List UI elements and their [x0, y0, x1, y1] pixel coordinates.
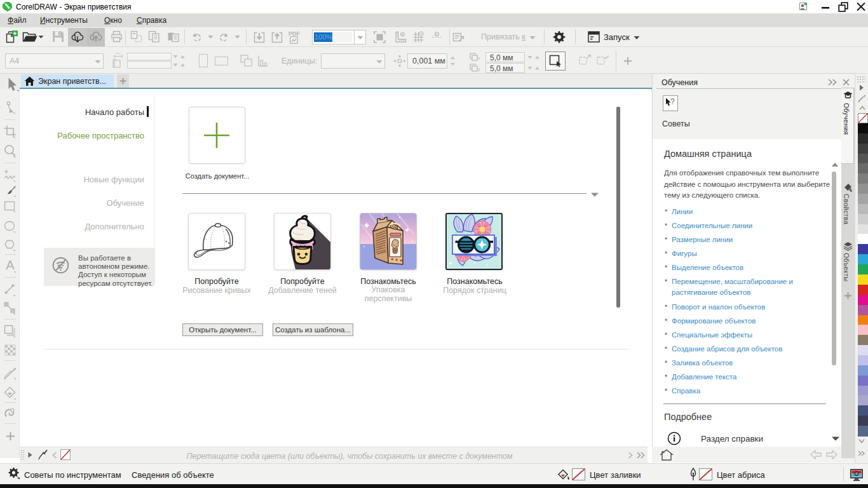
- svg-text:x: x: [478, 56, 480, 60]
- svg-text:y: y: [478, 67, 480, 72]
- svg-text:?: ?: [670, 97, 675, 106]
